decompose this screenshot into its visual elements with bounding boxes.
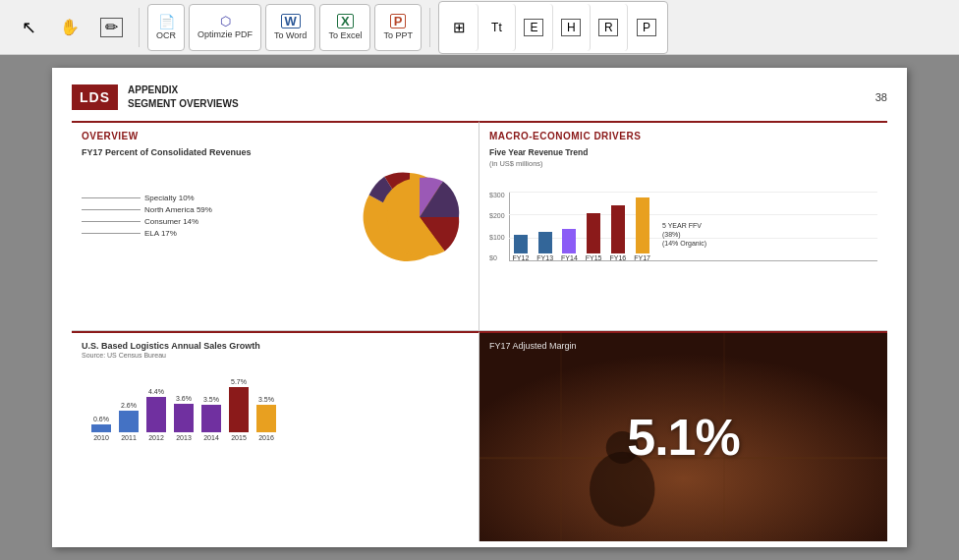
hand-tool-button[interactable]: ✋ xyxy=(51,4,88,51)
optimize-pdf-button[interactable]: ⬡ Optimzie PDF xyxy=(189,4,261,51)
macro-chart-area: Five Year Revenue Trend (in US$ millions… xyxy=(489,147,877,275)
to-ppt-button[interactable]: P To PPT xyxy=(374,4,422,51)
bar-fy12: FY12 xyxy=(513,235,530,261)
page-tool-button[interactable]: P xyxy=(628,4,665,51)
macro-chart-title: Five Year Revenue Trend xyxy=(489,147,877,157)
macro-bars-container: FY12 FY13 FY14 xyxy=(509,192,877,275)
edit2-button[interactable]: E xyxy=(516,4,553,51)
sales-bar-2010-label: 2010 xyxy=(93,434,109,441)
bar-fy17-label: FY17 xyxy=(634,254,650,261)
sales-bar-2014-label: 2014 xyxy=(203,434,219,441)
replace-button[interactable]: R xyxy=(591,4,628,51)
sales-bar-2015-fill xyxy=(229,387,249,432)
sales-bar-2011-value: 2.6% xyxy=(121,402,137,409)
ocr-icon: 📄 xyxy=(158,15,175,28)
sales-bar-2013-fill xyxy=(174,404,194,432)
divider-2 xyxy=(429,8,430,47)
to-excel-icon: X xyxy=(337,14,354,28)
optimize-label: Optimzie PDF xyxy=(197,29,253,39)
toolbar: ↖ ✋ ✏ 📄 OCR ⬡ Optimzie PDF W To Word X T… xyxy=(0,0,959,55)
sales-bar-2014: 3.5% 2014 xyxy=(201,396,221,441)
header-button[interactable]: H xyxy=(553,4,591,51)
hand-icon: ✋ xyxy=(60,20,80,35)
overview-section: OVERVIEW FY17 Percent of Consolidated Re… xyxy=(72,121,480,331)
divider-1 xyxy=(139,8,140,47)
margin-section: FY17 Adjusted Margin 5.1% xyxy=(480,331,887,541)
pie-chart-area: Specialty 10% North America 59% Consumer… xyxy=(82,163,469,271)
legend-item-consumer: Consumer 14% xyxy=(82,217,351,226)
y-label-300: $300 xyxy=(489,192,505,198)
combine-button[interactable]: ⊞ xyxy=(441,4,479,51)
page-tool-icon: P xyxy=(637,19,656,36)
sales-bar-2012-label: 2012 xyxy=(148,434,164,441)
macro-title: MACRO-ECONOMIC DRIVERS xyxy=(489,131,877,141)
heading-line1: APPENDIX xyxy=(128,84,239,97)
ocr-label: OCR xyxy=(156,30,176,40)
sales-bar-2013-value: 3.6% xyxy=(176,395,192,402)
sales-bar-2011-label: 2011 xyxy=(121,434,137,441)
macro-chart-subtitle: (in US$ millions) xyxy=(489,159,877,168)
logo-box: LDS xyxy=(72,84,118,110)
sales-bar-2014-fill xyxy=(201,405,221,432)
bar-fy16: FY16 xyxy=(610,205,627,261)
bar-fy14-fill xyxy=(562,229,576,253)
sales-bar-2016: 3.5% 2016 xyxy=(256,396,276,441)
edit-tool-button[interactable]: ✏ xyxy=(92,4,131,51)
legend-line xyxy=(82,197,141,198)
sales-section: U.S. Based Logistics Annual Sales Growth… xyxy=(72,331,480,541)
content-grid: OVERVIEW FY17 Percent of Consolidated Re… xyxy=(72,121,887,541)
sales-bar-2010-fill xyxy=(91,424,111,432)
ocr-button[interactable]: 📄 OCR xyxy=(147,4,185,51)
pie-chart-title: FY17 Percent of Consolidated Revenues xyxy=(82,147,469,157)
legend-line-ela xyxy=(82,233,141,234)
tool-group-extra: ⊞ Tt E H R P xyxy=(438,1,668,54)
bar-fy14: FY14 xyxy=(561,229,578,261)
logo-block: LDS APPENDIX SEGMENT OVERVIEWS xyxy=(72,84,239,111)
sales-bar-2015-label: 2015 xyxy=(231,434,247,441)
sales-bar-2010: 0.6% 2010 xyxy=(91,416,111,441)
document-area: LDS APPENDIX SEGMENT OVERVIEWS 38 OVERVI… xyxy=(0,55,959,560)
sales-bar-2011: 2.6% 2011 xyxy=(119,402,139,441)
to-excel-button[interactable]: X To Excel xyxy=(319,4,370,51)
to-excel-label: To Excel xyxy=(328,30,362,40)
y-label-0: $0 xyxy=(489,254,505,261)
margin-image-bg: FY17 Adjusted Margin 5.1% xyxy=(480,333,887,541)
select-icon: ↖ xyxy=(22,19,36,36)
sales-bar-2016-fill xyxy=(256,405,276,432)
sales-chart-title: U.S. Based Logistics Annual Sales Growth xyxy=(82,341,469,351)
chart-annotation: 5 YEAR FFV(38%)(14% Organic) xyxy=(662,221,706,248)
y-axis-labels: $0 $100 $200 $300 xyxy=(489,192,505,275)
margin-overlay: FY17 Adjusted Margin 5.1% xyxy=(480,333,887,541)
text-convert-button[interactable]: Tt xyxy=(479,4,516,51)
combine-icon: ⊞ xyxy=(453,20,466,34)
to-ppt-label: To PPT xyxy=(383,30,413,40)
to-word-label: To Word xyxy=(274,30,307,40)
sales-bar-2010-value: 0.6% xyxy=(93,416,109,422)
legend-line-na xyxy=(82,209,141,210)
legend-item-ela: ELA 17% xyxy=(82,229,351,238)
sales-bar-2015: 5.7% 2015 xyxy=(229,378,249,441)
select-tool-button[interactable]: ↖ xyxy=(10,4,47,51)
sales-bar-2015-value: 5.7% xyxy=(231,378,247,385)
bar-fy15-label: FY15 xyxy=(586,254,602,261)
legend-ela-label: ELA 17% xyxy=(144,229,177,238)
y-label-100: $100 xyxy=(489,234,505,241)
to-word-button[interactable]: W To Word xyxy=(265,4,315,51)
bars-inner: FY12 FY13 FY14 xyxy=(509,192,877,275)
sales-bar-2013-label: 2013 xyxy=(176,434,192,441)
legend-na-label: North America 59% xyxy=(144,205,212,214)
sales-bar-2012-fill xyxy=(146,397,166,432)
replace-icon: R xyxy=(598,19,618,36)
bar-fy12-fill xyxy=(514,235,528,253)
bar-fy13: FY13 xyxy=(536,232,553,261)
bar-fy13-fill xyxy=(538,232,552,253)
overview-title: OVERVIEW xyxy=(82,131,469,141)
macro-section: MACRO-ECONOMIC DRIVERS Five Year Revenue… xyxy=(480,121,887,331)
sales-bar-2014-value: 3.5% xyxy=(203,396,219,403)
legend-specialty-label: Specialty 10% xyxy=(144,194,195,202)
legend-item-north-america: North America 59% xyxy=(82,205,351,214)
margin-value: 5.1% xyxy=(627,408,740,467)
bar-fy15: FY15 xyxy=(586,213,602,261)
bar-fy14-label: FY14 xyxy=(561,254,578,261)
sales-bar-2016-label: 2016 xyxy=(258,434,274,441)
